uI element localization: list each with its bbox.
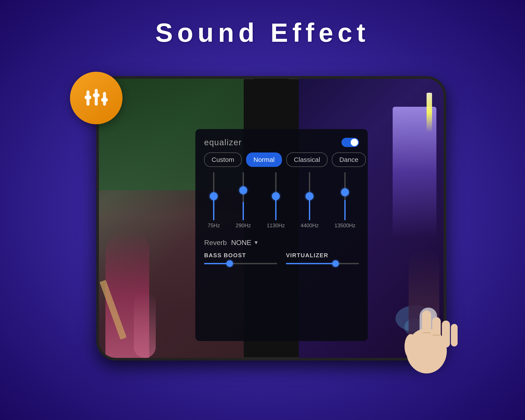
virtualizer-fill	[286, 263, 336, 264]
bass-boost-label: BASS BOOST	[204, 252, 277, 259]
preset-classical-button[interactable]: Classical	[286, 152, 328, 167]
eq-panel-title: equalizer	[204, 138, 242, 147]
virtualizer-col: VIRTUALIZER	[286, 252, 359, 266]
slider-label-1130hz: 1130Hz	[267, 223, 285, 229]
bass-boost-fill	[204, 263, 230, 264]
eq-header: equalizer	[204, 138, 359, 147]
bass-boost-track	[204, 263, 277, 264]
virtualizer-label: VIRTUALIZER	[286, 252, 359, 259]
svg-rect-8	[432, 317, 441, 349]
virtualizer-thumb[interactable]	[332, 260, 339, 267]
svg-rect-4	[93, 93, 100, 97]
preset-custom-button[interactable]: Custom	[204, 152, 242, 167]
eq-panel: equalizer Custom Normal Classical Dance	[195, 129, 368, 341]
toggle-knob	[351, 139, 358, 146]
slider-label-290hz: 290Hz	[236, 223, 251, 229]
slider-label-4400hz: 4400Hz	[300, 223, 319, 229]
slider-13500hz: 13500Hz	[335, 172, 356, 233]
svg-rect-10	[451, 324, 458, 346]
reverb-select[interactable]: NONE ▼	[231, 239, 259, 247]
reverb-value: NONE	[231, 239, 251, 247]
svg-rect-3	[85, 96, 92, 99]
svg-point-11	[404, 334, 417, 359]
reverb-label: Reverb	[204, 239, 227, 247]
reverb-dropdown-arrow-icon: ▼	[253, 240, 259, 246]
slider-1130hz: 1130Hz	[267, 172, 285, 233]
eq-icon-circle[interactable]	[70, 72, 122, 124]
hand-pointer	[387, 301, 466, 380]
equalizer-toggle[interactable]	[341, 138, 359, 147]
eq-sliders-area: 75Hz 290Hz	[204, 172, 359, 233]
slider-thumb-290hz[interactable]	[239, 186, 247, 194]
svg-rect-7	[422, 310, 431, 346]
slider-thumb-75hz[interactable]	[210, 192, 218, 200]
slider-290hz: 290Hz	[236, 172, 251, 233]
bass-boost-thumb[interactable]	[226, 260, 233, 267]
phone-area: equalizer Custom Normal Classical Dance	[76, 61, 449, 376]
effects-row: BASS BOOST VIRTUALIZER	[204, 252, 359, 266]
equalizer-icon	[81, 83, 112, 113]
preset-dance-button[interactable]: Dance	[332, 152, 366, 167]
reverb-row: Reverb NONE ▼	[204, 239, 359, 247]
slider-thumb-13500hz[interactable]	[341, 188, 349, 196]
slider-track-1130hz[interactable]	[275, 172, 276, 220]
slider-track-4400hz[interactable]	[309, 172, 310, 220]
svg-rect-5	[101, 98, 108, 102]
preset-row: Custom Normal Classical Dance	[204, 152, 359, 167]
slider-75hz: 75Hz	[208, 172, 220, 233]
virtualizer-track	[286, 263, 359, 264]
virtualizer-slider-row[interactable]	[286, 261, 359, 266]
slider-track-13500hz[interactable]	[344, 172, 346, 220]
bass-boost-slider-row[interactable]	[204, 261, 277, 266]
svg-rect-9	[442, 320, 450, 347]
slider-4400hz: 4400Hz	[300, 172, 319, 233]
preset-normal-button[interactable]: Normal	[246, 152, 282, 167]
slider-thumb-1130hz[interactable]	[272, 192, 280, 200]
slider-thumb-4400hz[interactable]	[306, 192, 313, 200]
hand-pointer-icon	[387, 301, 466, 380]
page-title: Sound Effect	[155, 18, 370, 48]
slider-track-290hz[interactable]	[243, 172, 244, 220]
slider-track-75hz[interactable]	[213, 172, 214, 220]
slider-label-75hz: 75Hz	[208, 223, 220, 229]
phone-notch	[254, 79, 289, 85]
svg-rect-1	[95, 89, 98, 106]
bass-boost-col: BASS BOOST	[204, 252, 277, 266]
slider-label-13500hz: 13500Hz	[335, 223, 356, 229]
